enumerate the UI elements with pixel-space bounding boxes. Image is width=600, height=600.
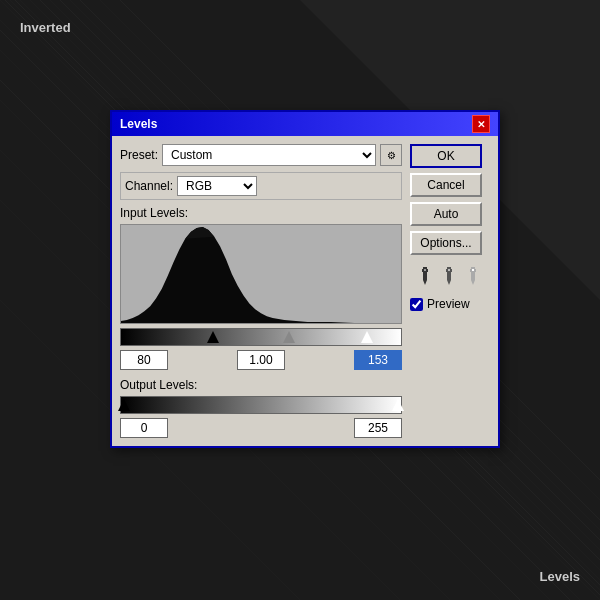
preview-label: Preview [427,297,470,311]
preset-select-wrapper: Custom Default Darker [162,144,376,166]
ok-button[interactable]: OK [410,144,482,168]
preset-label: Preset: [120,148,158,162]
svg-rect-24 [423,267,427,269]
svg-rect-29 [447,267,451,269]
black-eyedropper-icon[interactable] [416,266,436,286]
eyedropper-row [410,266,490,286]
midtone-input-slider[interactable] [283,331,295,343]
svg-rect-31 [447,272,451,280]
output-white-value[interactable] [354,418,402,438]
preview-checkbox[interactable] [410,298,423,311]
close-button[interactable]: ✕ [472,115,490,133]
levels-dialog: Levels ✕ Preset: Custom Default Darker ⚙ [110,110,500,448]
output-black-value[interactable] [120,418,168,438]
svg-rect-26 [423,272,427,280]
histogram-container [120,224,402,324]
svg-rect-28 [424,269,426,271]
black-input-slider[interactable] [207,331,219,343]
channel-row: Channel: RGB Red Green Blue [120,172,402,200]
white-input-slider[interactable] [361,331,373,343]
input-slider-track [120,328,402,346]
dialog-body: Preset: Custom Default Darker ⚙ Channel:… [112,136,498,446]
histogram-svg [121,225,401,323]
svg-marker-27 [423,280,427,285]
settings-icon[interactable]: ⚙ [380,144,402,166]
channel-select[interactable]: RGB Red Green Blue [177,176,257,196]
levels-corner-label: Levels [540,569,580,584]
preset-select[interactable]: Custom Default Darker [162,144,376,166]
title-bar: Levels ✕ [112,112,498,136]
auto-button[interactable]: Auto [410,202,482,226]
svg-rect-34 [471,267,475,269]
output-levels-label: Output Levels: [120,378,402,392]
input-mid-value[interactable] [237,350,285,370]
white-eyedropper-icon[interactable] [464,266,484,286]
inverted-label: Inverted [20,20,71,35]
output-section: Output Levels: [120,378,402,438]
preset-row: Preset: Custom Default Darker ⚙ [120,144,402,166]
gray-eyedropper-icon[interactable] [440,266,460,286]
channel-label: Channel: [125,179,173,193]
svg-rect-38 [472,269,474,271]
right-panel: OK Cancel Auto Options... [410,144,490,438]
svg-marker-37 [471,280,475,285]
channel-select-wrapper: RGB Red Green Blue [177,176,257,196]
output-values-row [120,418,402,438]
dialog-title: Levels [120,117,157,131]
preview-row: Preview [410,297,490,311]
svg-rect-33 [448,269,450,271]
left-panel: Preset: Custom Default Darker ⚙ Channel:… [120,144,402,438]
input-black-value[interactable] [120,350,168,370]
output-black-slider[interactable] [118,399,130,411]
cancel-button[interactable]: Cancel [410,173,482,197]
input-levels-label: Input Levels: [120,206,402,220]
svg-rect-36 [471,272,475,280]
input-values-row [120,350,402,370]
output-slider-track [120,396,402,414]
input-white-value[interactable] [354,350,402,370]
svg-marker-32 [447,280,451,285]
output-white-slider[interactable] [392,399,404,411]
options-button[interactable]: Options... [410,231,482,255]
